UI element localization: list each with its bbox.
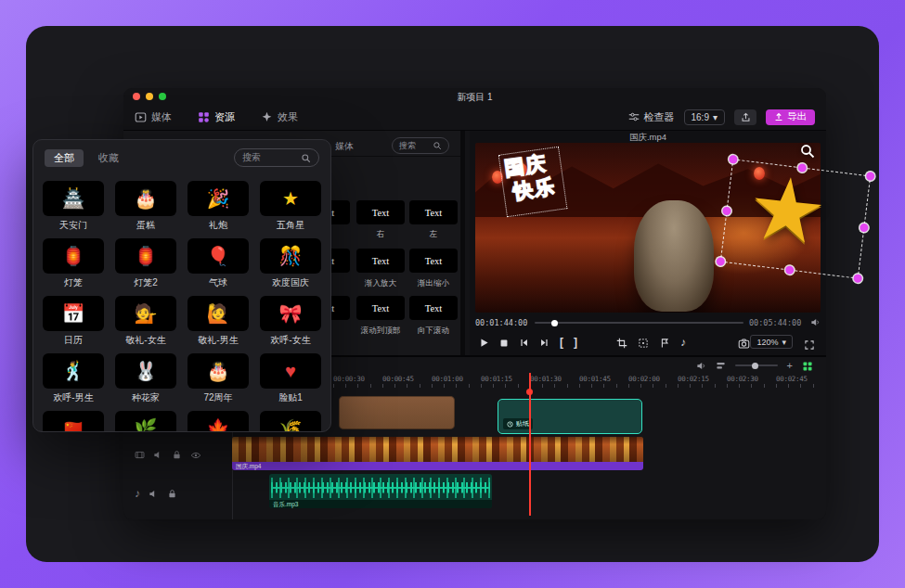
tab-effects[interactable]: 效果 [261, 110, 298, 124]
timeline-zoom-handle[interactable] [752, 363, 758, 369]
sticker-thumb[interactable]: 🏮 [43, 238, 104, 274]
stop-button[interactable] [499, 334, 509, 351]
mute-track-button[interactable] [153, 446, 163, 463]
sticker-thumb[interactable]: 🇨🇳 [43, 411, 104, 431]
sticker-thumb[interactable]: 🎂 [187, 353, 249, 389]
sticker-thumb[interactable]: 🎈 [187, 238, 249, 274]
sticker-thumb[interactable]: 🎀 [260, 296, 321, 331]
sticker-icon: 🎂 [207, 362, 230, 380]
sticker-thumb[interactable]: 📅 [43, 296, 104, 331]
crop-button[interactable] [616, 334, 627, 351]
overlay-clip[interactable] [339, 396, 455, 429]
fit-timeline-button[interactable] [802, 357, 813, 374]
prev-frame-button[interactable] [519, 334, 529, 351]
sticker-thumb[interactable]: 🏮 [115, 238, 176, 274]
star-sticker[interactable]: ★ [743, 163, 831, 258]
text-preset-thumb[interactable]: Text [356, 200, 405, 224]
sticker-search-input[interactable]: 搜索 [234, 148, 319, 167]
sticker-item[interactable]: 🎉礼炮 [187, 181, 249, 230]
sticker-thumb[interactable]: 🐰 [115, 353, 176, 389]
seek-bar[interactable] [535, 322, 743, 324]
playhead-marker[interactable] [526, 389, 533, 395]
sticker-item[interactable]: 💁敬礼-女生 [115, 296, 176, 345]
export-button[interactable]: 导出 [766, 109, 815, 125]
sticker-thumb[interactable]: 🌾 [260, 411, 321, 431]
tab-resources[interactable]: 资源 [198, 110, 235, 124]
text-sticker-overlay[interactable]: 国庆 快乐 [498, 147, 568, 218]
sticker-item[interactable]: 📅日历 [43, 296, 104, 345]
sticker-thumb[interactable]: ♥ [260, 353, 321, 389]
audio-clip[interactable]: 音乐.mp3 [269, 474, 492, 508]
sticker-item[interactable]: ★五角星 [260, 181, 321, 230]
volume-icon[interactable] [810, 317, 821, 327]
sticker-item[interactable]: 🙋敬礼-男生 [187, 296, 249, 345]
text-preset-thumb[interactable]: Text [356, 249, 405, 273]
sticker-item[interactable]: 🕺欢呼-男生 [43, 353, 104, 403]
text-sticker-line2: 快乐 [512, 173, 562, 204]
sticker-item[interactable]: 🏯天安门 [43, 181, 104, 230]
share-button[interactable] [734, 109, 756, 125]
sticker-item[interactable]: 🎈气球 [187, 238, 249, 288]
fullscreen-button[interactable] [804, 336, 815, 352]
sticker-thumb[interactable]: 🕺 [43, 353, 104, 389]
resize-handle-left[interactable] [722, 206, 731, 215]
sticker-thumb[interactable]: 🎉 [187, 181, 249, 216]
timeline-volume-button[interactable] [696, 357, 706, 374]
timeline-zoom-in-button[interactable]: + [787, 361, 793, 371]
text-preset-label: 左 [409, 229, 458, 240]
seek-handle[interactable] [551, 320, 558, 326]
playhead[interactable] [529, 373, 531, 516]
tab-media[interactable]: 媒体 [135, 110, 172, 124]
track-height-button[interactable] [716, 357, 726, 374]
video-clip[interactable]: 国庆.mp4 [232, 437, 643, 470]
mute-track-button[interactable] [149, 485, 159, 502]
transform-button[interactable] [638, 334, 649, 351]
inspector-toggle[interactable]: 检查器 [628, 110, 675, 124]
lock-track-button[interactable] [167, 485, 177, 502]
aspect-ratio-dropdown[interactable]: 16:9 ▾ [684, 109, 726, 125]
resize-handle-bottom[interactable] [784, 265, 794, 275]
sticker-item[interactable]: ♥脸贴1 [260, 353, 321, 403]
sticker-item[interactable]: 🐰种花家 [115, 353, 176, 403]
hide-track-button[interactable] [190, 446, 201, 463]
mark-out-button[interactable]: ] [574, 336, 577, 349]
sticker-tab-all[interactable]: 全部 [45, 149, 84, 167]
speaker-icon [696, 361, 706, 371]
preview-zoom-dropdown[interactable]: 120% ▾ [750, 335, 793, 349]
sticker-item[interactable]: 🍁 [187, 411, 249, 431]
resize-handle-tl[interactable] [729, 155, 738, 164]
media-search-input[interactable]: 搜索 [392, 137, 449, 154]
sticker-tab-favorites[interactable]: 收藏 [98, 151, 119, 165]
sticker-item[interactable]: 🌾 [260, 411, 321, 431]
audio-tools-button[interactable]: ♪ [680, 336, 686, 349]
text-preset-thumb[interactable]: Text [409, 200, 458, 224]
sticker-thumb[interactable]: 🙋 [187, 296, 249, 331]
sticker-item[interactable]: 🎊欢度国庆 [260, 238, 321, 288]
marker-button[interactable] [659, 334, 670, 351]
sticker-thumb[interactable]: 🏯 [43, 181, 104, 216]
sticker-clip[interactable]: 贴纸 [498, 399, 642, 434]
ruler-label: 00:01:30 [530, 375, 579, 384]
sticker-item[interactable]: 🏮灯笼 [43, 238, 104, 288]
text-preset-thumb[interactable]: Text [409, 249, 458, 273]
text-preset-thumb[interactable]: Text [409, 296, 458, 320]
play-button[interactable] [479, 334, 489, 351]
sticker-thumb[interactable]: 🌿 [115, 411, 176, 431]
lock-track-button[interactable] [172, 446, 182, 463]
snapshot-button[interactable] [738, 335, 750, 352]
sticker-item[interactable]: 🎂蛋糕 [115, 181, 176, 230]
mark-in-button[interactable]: [ [560, 336, 563, 349]
sticker-item[interactable]: 🎂72周年 [187, 353, 249, 403]
sticker-thumb[interactable]: 🍁 [187, 411, 249, 431]
sticker-item[interactable]: 🌿 [115, 411, 176, 431]
sticker-thumb[interactable]: 💁 [115, 296, 176, 331]
sticker-item[interactable]: 🏮灯笼2 [115, 238, 176, 288]
next-frame-button[interactable] [539, 334, 549, 351]
sticker-thumb[interactable]: ★ [260, 181, 321, 216]
sticker-item[interactable]: 🇨🇳 [43, 411, 104, 431]
sticker-thumb[interactable]: 🎊 [260, 238, 321, 274]
timeline-zoom-slider[interactable] [735, 364, 778, 366]
text-preset-thumb[interactable]: Text [356, 296, 405, 320]
sticker-thumb[interactable]: 🎂 [115, 181, 176, 216]
sticker-item[interactable]: 🎀欢呼-女生 [260, 296, 321, 345]
